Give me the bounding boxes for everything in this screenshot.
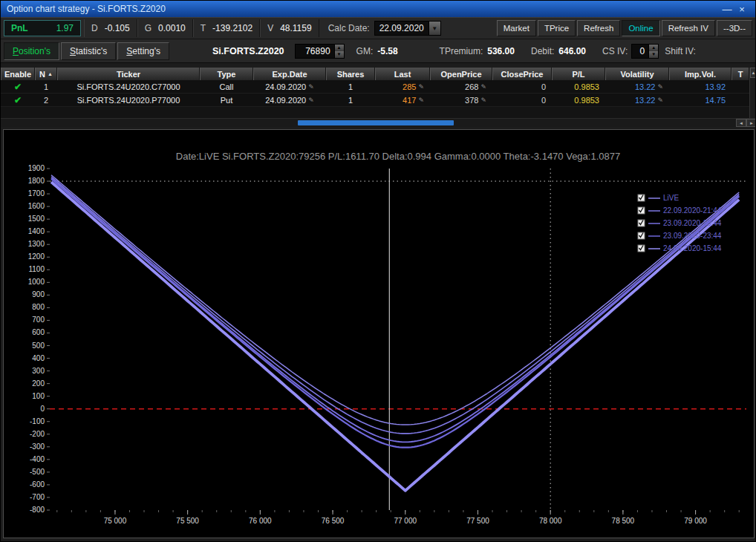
tab-setting-s[interactable]: Setting's: [117, 42, 169, 60]
edit-icon[interactable]: ✎: [657, 97, 663, 104]
column-header-shares[interactable]: Shares: [326, 68, 375, 80]
y-tick-label: 400: [32, 354, 45, 362]
greek-g: G0.0010: [137, 19, 193, 37]
legend-label: 23.09.2020-10:44: [663, 219, 722, 227]
spinner-up-icon[interactable]: ▲: [335, 45, 344, 51]
scroll-left-icon[interactable]: ◄: [736, 119, 746, 127]
csiv-input[interactable]: 0: [632, 45, 648, 58]
edit-icon[interactable]: ✎: [418, 83, 424, 91]
horizontal-scrollbar[interactable]: ◄ ►: [1, 118, 756, 127]
column-header-ticker[interactable]: Ticker: [57, 68, 200, 80]
y-tick-label: -100: [30, 417, 45, 425]
y-tick-label: -600: [30, 480, 45, 489]
cell-t: [731, 94, 749, 106]
minimize-icon[interactable]: —: [720, 4, 734, 15]
title-bar[interactable]: Option chart strategy - Si.FORTS.Z2020 —…: [1, 1, 755, 17]
column-header-last[interactable]: Last: [375, 68, 430, 80]
column-header-t[interactable]: T: [731, 68, 749, 80]
series-line-23-09-2020-10-44: [51, 178, 739, 442]
spinner-down-icon[interactable]: ▼: [649, 51, 658, 58]
button-online[interactable]: Online: [622, 20, 659, 36]
scrollbar-thumb[interactable]: [298, 120, 454, 125]
cell-pl: 0.9853: [552, 80, 605, 93]
scroll-up-icon[interactable]: ▲: [750, 68, 756, 78]
column-header-open_price[interactable]: OpenPrice: [430, 68, 492, 80]
cell-imp_vol: 14.75: [669, 94, 731, 106]
calc-date-combobox[interactable]: 22.09.2020 ▼: [374, 21, 441, 36]
table-row[interactable]: ✔1Si.FORTS.24U2020.C77000Call24.09.2020✎…: [1, 80, 749, 94]
cell-enable: ✔: [1, 94, 35, 106]
greek-value: -139.2102: [212, 23, 252, 33]
y-tick-label: 1200: [28, 252, 45, 261]
csiv-stepper[interactable]: 0 ▲ ▼: [631, 44, 659, 59]
chart-canvas[interactable]: Date:LiVE Si.FORTS.Z2020:79256 P/L:1611.…: [4, 130, 754, 538]
table-row[interactable]: ✔2Si.FORTS.24U2020.P77000Put24.09.2020✎1…: [1, 94, 749, 107]
spinner-down-icon[interactable]: ▼: [335, 51, 344, 58]
greek-label: G: [145, 23, 151, 33]
debit-value: 646.00: [558, 46, 586, 56]
button-refresh-iv[interactable]: Refresh IV: [662, 20, 715, 36]
calc-date-value: 22.09.2020: [375, 22, 428, 35]
cell-t: [731, 80, 749, 93]
edit-icon[interactable]: ✎: [418, 97, 424, 104]
enabled-check-icon[interactable]: ✔: [14, 82, 22, 92]
cell-close_price: 0: [492, 80, 552, 93]
scroll-right-icon[interactable]: ►: [746, 119, 756, 127]
y-tick-label: 1700: [28, 189, 45, 197]
column-header-enable[interactable]: Enable: [1, 68, 35, 80]
legend-label: 23.09.2020-23:44: [663, 232, 722, 240]
cell-n: 1: [35, 80, 57, 93]
price-input[interactable]: 76890: [296, 45, 334, 58]
series-line-22-09-2020-21-44: [51, 177, 739, 434]
edit-icon[interactable]: ✎: [308, 83, 314, 91]
shiftiv-label: Shift IV:: [665, 46, 696, 56]
cell-ticker: Si.FORTS.24U2020.P77000: [57, 94, 200, 106]
cell-n: 2: [35, 94, 57, 106]
column-header-type[interactable]: Type: [200, 68, 253, 80]
vertical-scrollbar[interactable]: ▲: [749, 68, 756, 118]
column-header-imp_vol[interactable]: Imp.Vol.: [669, 68, 731, 80]
edit-icon[interactable]: ✎: [480, 83, 486, 91]
column-header-volatility[interactable]: Volatility: [605, 68, 669, 80]
enabled-check-icon[interactable]: ✔: [14, 95, 22, 105]
calc-date-group: Calc Date: 22.09.2020 ▼: [328, 21, 441, 36]
button-tprice[interactable]: TPrice: [538, 20, 576, 36]
y-tick-label: -800: [30, 506, 45, 514]
cell-shares: 1: [326, 80, 375, 93]
cell-ticker: Si.FORTS.24U2020.C77000: [57, 80, 200, 93]
x-tick-label: 76 000: [249, 517, 272, 525]
spinner-up-icon[interactable]: ▲: [649, 45, 658, 51]
tab-position-s[interactable]: Position's: [4, 42, 59, 60]
greek-t: T-139.2102: [193, 19, 260, 37]
y-tick-label: 1000: [28, 278, 45, 286]
greek-value: 0.0010: [158, 23, 186, 33]
symbol-label: Si.FORTS.Z2020: [212, 46, 284, 56]
pnl-value: 1.97: [56, 23, 74, 33]
y-tick-label: 1500: [28, 215, 45, 223]
toolbar-secondary: Position'sStatistic'sSetting's Si.FORTS.…: [1, 39, 755, 63]
y-tick-label: 900: [32, 290, 45, 298]
button-3d[interactable]: --3D--: [717, 20, 752, 36]
close-icon[interactable]: ×: [734, 4, 749, 15]
csiv-spinner: ▲ ▼: [648, 45, 658, 58]
dropdown-icon[interactable]: ▼: [428, 22, 440, 35]
cell-pl: 0.9853: [552, 94, 605, 106]
series-line-live: [51, 175, 739, 425]
button-market[interactable]: Market: [497, 20, 536, 36]
column-header-n[interactable]: N▲: [35, 68, 57, 80]
pnl-panel: PnL 1.97: [4, 20, 81, 36]
tab-statistic-s[interactable]: Statistic's: [61, 42, 116, 60]
button-refresh[interactable]: Refresh: [577, 20, 620, 36]
greek-value: -0.105: [105, 23, 130, 33]
x-tick-label: 79 000: [684, 517, 707, 525]
edit-icon[interactable]: ✎: [480, 97, 486, 104]
edit-icon[interactable]: ✎: [657, 83, 663, 91]
price-stepper[interactable]: 76890 ▲ ▼: [295, 44, 345, 59]
column-header-close_price[interactable]: ClosePrice: [492, 68, 552, 80]
column-header-exp_date[interactable]: Exp.Date: [253, 68, 326, 80]
greek-label: V: [267, 23, 273, 33]
edit-icon[interactable]: ✎: [308, 97, 314, 104]
cell-imp_vol: 13.92: [669, 80, 731, 93]
column-header-pl[interactable]: P/L: [552, 68, 605, 80]
y-tick-label: 1300: [28, 240, 45, 248]
